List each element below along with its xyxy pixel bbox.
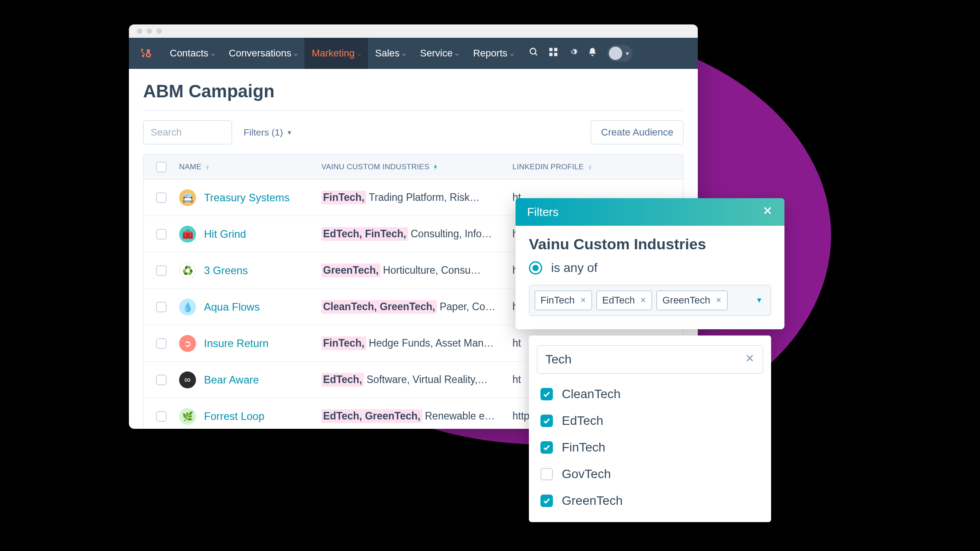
column-header-name[interactable]: NAME ▲▼ bbox=[179, 163, 321, 172]
company-avatar-icon: 🧰 bbox=[179, 226, 196, 243]
filter-option[interactable]: CleanTech bbox=[529, 381, 771, 407]
chevron-down-icon: ⌵ bbox=[211, 50, 215, 57]
svg-rect-8 bbox=[554, 48, 557, 51]
company-name-link[interactable]: Forrest Loop bbox=[204, 410, 264, 423]
chevron-down-icon: ⌵ bbox=[402, 50, 406, 57]
settings-icon[interactable] bbox=[568, 47, 578, 60]
nav-item-conversations[interactable]: Conversations⌵ bbox=[222, 38, 305, 69]
column-header-linkedin[interactable]: LINKEDIN PROFILE ▲▼ bbox=[512, 163, 683, 172]
filters-link[interactable]: Filters (1) ▼ bbox=[244, 127, 292, 138]
filter-search-input[interactable] bbox=[545, 352, 745, 367]
row-checkbox[interactable] bbox=[156, 375, 167, 385]
marketplace-icon[interactable] bbox=[548, 47, 558, 60]
filter-property-title: Vainu Custom Industries bbox=[529, 236, 771, 253]
company-name-link[interactable]: Aqua Flows bbox=[204, 301, 260, 313]
close-icon[interactable] bbox=[762, 205, 773, 219]
filter-option[interactable]: EdTech bbox=[529, 407, 771, 434]
checkbox-checked-icon bbox=[540, 495, 553, 507]
filter-search-box[interactable] bbox=[537, 345, 763, 374]
dropdown-caret-icon[interactable]: ▼ bbox=[756, 296, 763, 304]
filter-chip[interactable]: GreenTech bbox=[656, 291, 728, 310]
create-audience-button[interactable]: Create Audience bbox=[591, 120, 684, 144]
highlighted-industries: FinTech, bbox=[321, 336, 366, 350]
nav-item-marketing[interactable]: Marketing⌵ bbox=[304, 38, 368, 69]
company-name-link[interactable]: Hit Grind bbox=[204, 228, 246, 240]
filter-chip[interactable]: EdTech bbox=[596, 291, 652, 310]
highlighted-industries: CleanTech, GreenTech, bbox=[321, 300, 437, 314]
svg-rect-3 bbox=[147, 51, 148, 53]
window-titlebar bbox=[129, 24, 698, 38]
sort-icon: ▲▼ bbox=[205, 164, 210, 170]
filter-condition-radio[interactable]: is any of bbox=[529, 261, 771, 275]
column-header-industries[interactable]: VAINU CUSTOM INDUSTRIES ▲▼ bbox=[321, 163, 512, 172]
filters-label: Filters (1) bbox=[244, 127, 283, 138]
filter-chip[interactable]: FinTech bbox=[535, 291, 592, 310]
row-checkbox[interactable] bbox=[156, 229, 167, 240]
nav-item-contacts[interactable]: Contacts⌵ bbox=[163, 38, 222, 69]
clear-input-icon[interactable] bbox=[745, 353, 755, 366]
window-dot-close[interactable] bbox=[137, 28, 142, 34]
highlighted-industries: EdTech, bbox=[321, 373, 364, 387]
selected-values-box[interactable]: FinTechEdTechGreenTech▼ bbox=[529, 285, 771, 316]
nav-item-reports[interactable]: Reports⌵ bbox=[466, 38, 520, 69]
highlighted-industries: GreenTech, bbox=[321, 264, 380, 277]
nav-item-label: Reports bbox=[473, 48, 507, 59]
radio-icon bbox=[529, 261, 542, 275]
filter-option[interactable]: GovTech bbox=[529, 461, 771, 487]
select-all-checkbox[interactable] bbox=[156, 162, 167, 172]
chip-remove-icon[interactable] bbox=[716, 296, 722, 305]
chevron-down-icon: ⌵ bbox=[455, 50, 459, 57]
window-dot-minimize[interactable] bbox=[147, 28, 152, 34]
search-icon[interactable] bbox=[529, 47, 539, 60]
svg-point-2 bbox=[141, 49, 144, 51]
checkbox-checked-icon bbox=[540, 441, 553, 454]
search-box[interactable] bbox=[143, 120, 232, 144]
other-industries: Horticulture, Consu… bbox=[383, 264, 481, 276]
filters-popover-header: Filters bbox=[516, 198, 784, 226]
window-dot-zoom[interactable] bbox=[156, 28, 162, 34]
nav-item-sales[interactable]: Sales⌵ bbox=[368, 38, 413, 69]
nav-item-label: Sales bbox=[375, 48, 400, 59]
filter-option[interactable]: GreenTech bbox=[529, 487, 771, 514]
sort-icon: ▲▼ bbox=[588, 164, 592, 170]
other-industries: Paper, Co… bbox=[440, 301, 495, 313]
filters-popover-title: Filters bbox=[527, 205, 559, 219]
row-checkbox[interactable] bbox=[156, 265, 167, 276]
checkbox-checked-icon bbox=[540, 388, 553, 400]
checkbox-unchecked-icon bbox=[540, 468, 553, 480]
notifications-icon[interactable] bbox=[588, 47, 597, 60]
row-checkbox[interactable] bbox=[156, 338, 167, 349]
filter-option-label: FinTech bbox=[562, 440, 605, 455]
company-avatar-icon: 📇 bbox=[179, 189, 196, 206]
highlighted-industries: EdTech, FinTech, bbox=[321, 227, 408, 241]
company-avatar-icon: ∞ bbox=[179, 371, 196, 388]
toolbar: Filters (1) ▼ Create Audience bbox=[143, 111, 684, 154]
other-industries: Consulting, Info… bbox=[411, 228, 492, 240]
chevron-down-icon: ⌵ bbox=[294, 50, 297, 57]
filter-option-label: EdTech bbox=[562, 414, 603, 428]
company-avatar-icon: 🌿 bbox=[179, 408, 196, 425]
hubspot-logo-icon[interactable] bbox=[140, 47, 152, 60]
filter-option[interactable]: FinTech bbox=[529, 434, 771, 461]
nav-item-label: Service bbox=[420, 48, 452, 59]
company-name-link[interactable]: Insure Return bbox=[204, 337, 268, 350]
chevron-down-icon: ⌵ bbox=[357, 50, 361, 57]
page-title: ABM Campaign bbox=[143, 81, 684, 111]
company-name-link[interactable]: Bear Aware bbox=[204, 374, 259, 386]
row-checkbox[interactable] bbox=[156, 411, 167, 422]
chip-remove-icon[interactable] bbox=[580, 296, 586, 305]
chevron-down-icon: ▾ bbox=[626, 50, 629, 57]
row-checkbox[interactable] bbox=[156, 302, 167, 312]
nav-item-label: Conversations bbox=[229, 48, 292, 59]
company-name-link[interactable]: 3 Greens bbox=[204, 264, 248, 277]
chip-remove-icon[interactable] bbox=[640, 296, 646, 305]
checkbox-checked-icon bbox=[540, 415, 553, 427]
industries-cell: GreenTech, Horticulture, Consu… bbox=[321, 264, 512, 277]
row-checkbox[interactable] bbox=[156, 192, 167, 203]
other-industries: Renewable e… bbox=[425, 410, 495, 422]
account-menu[interactable]: ▾ bbox=[607, 45, 632, 62]
nav-item-service[interactable]: Service⌵ bbox=[413, 38, 466, 69]
sort-icon: ▲▼ bbox=[433, 164, 438, 170]
company-name-link[interactable]: Treasury Systems bbox=[204, 192, 289, 204]
filter-condition-label: is any of bbox=[551, 261, 597, 275]
